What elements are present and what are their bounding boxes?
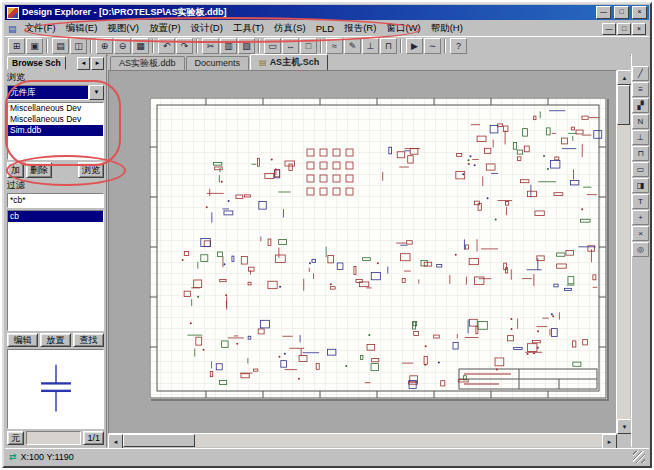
- sheet-entry-tool-icon[interactable]: ◨: [632, 178, 649, 193]
- find-component-button[interactable]: 查找: [73, 333, 104, 347]
- icon-glyph: ▧: [242, 42, 251, 51]
- directive-tool-icon[interactable]: ◎: [632, 242, 649, 257]
- child-restore-button[interactable]: □: [617, 23, 631, 35]
- save-icon[interactable]: ▣: [26, 38, 43, 54]
- child-minimize-button[interactable]: —: [602, 23, 616, 35]
- cut-icon[interactable]: ✂: [202, 38, 219, 54]
- library-list-item[interactable]: Miscellaneous Dev: [8, 114, 103, 125]
- filter-input[interactable]: *cb*: [7, 193, 104, 208]
- sheet-symbol-tool-icon[interactable]: ▭: [632, 162, 649, 177]
- library-browse-icon[interactable]: ⊓: [380, 38, 397, 54]
- menu-item[interactable]: 视图(V): [102, 21, 144, 36]
- zoom-in-icon[interactable]: ⊕: [96, 38, 113, 54]
- print-preview-icon[interactable]: ◫: [70, 38, 87, 54]
- fit-document-icon[interactable]: ▦: [132, 38, 149, 54]
- net-label-tool-icon[interactable]: N: [632, 114, 649, 129]
- menu-item[interactable]: 报告(R): [339, 21, 381, 36]
- print-icon[interactable]: ▤: [52, 38, 69, 54]
- horizontal-scrollbar-row: ◄ ►: [108, 434, 630, 447]
- scroll-right-icon[interactable]: ►: [602, 434, 617, 449]
- browse-panel: Browse Sch ◄ ► 浏览 元件库 ▼ Miscellaneous De…: [5, 54, 107, 447]
- part-unit-button[interactable]: 元: [7, 431, 24, 445]
- schematic-canvas[interactable]: [108, 70, 617, 434]
- child-close-button[interactable]: ×: [632, 23, 646, 35]
- mixed-signal-icon[interactable]: ∼: [424, 38, 441, 54]
- menu-item[interactable]: 仿真(S): [269, 21, 311, 36]
- menu-items: 文件(F)编辑(E)视图(V)放置(P)设计(D)工具(T)仿真(S)PLD报告…: [20, 21, 601, 36]
- text-tool-icon[interactable]: T: [632, 194, 649, 209]
- menu-item[interactable]: 帮助(H): [426, 21, 468, 36]
- wiring-tools-icon[interactable]: ≈: [326, 38, 343, 54]
- drawing-tools-icon[interactable]: ✎: [344, 38, 361, 54]
- power-port-icon[interactable]: ⊥: [362, 38, 379, 54]
- menu-item[interactable]: 编辑(E): [61, 21, 103, 36]
- junction-tool-icon[interactable]: +: [632, 210, 649, 225]
- horizontal-scroll-track[interactable]: [195, 434, 602, 447]
- browse-library-button[interactable]: 浏览: [78, 162, 104, 178]
- minimize-button[interactable]: —: [596, 6, 611, 19]
- menu-item[interactable]: 文件(F): [20, 21, 61, 36]
- icon-glyph: ▦: [136, 42, 145, 51]
- no-erc-tool-icon[interactable]: ×: [632, 226, 649, 241]
- tab-documents[interactable]: ▤Documents: [186, 56, 250, 70]
- maximize-button[interactable]: □: [614, 6, 629, 19]
- panel-scroll-right-icon[interactable]: ►: [91, 57, 104, 70]
- power-port-tool-icon[interactable]: ⊥: [632, 130, 649, 145]
- horizontal-scroll-thumb[interactable]: [123, 434, 195, 447]
- remove-library-button[interactable]: 删除: [26, 162, 52, 178]
- add-library-button[interactable]: 加: [7, 162, 24, 178]
- title-bar[interactable]: Design Explorer - [D:\PROTELSP\AS实验板.ddb…: [5, 5, 649, 20]
- wire-tool-icon[interactable]: ╱: [632, 66, 649, 81]
- main-toolbar: ⊞▣ ▤◫ ⊕⊖▦ ↶↷ ✂▥▧ ▭↔□ ≈✎⊥⊓ ▶∼ ?: [5, 36, 649, 56]
- help-icon[interactable]: ?: [450, 38, 467, 54]
- select-area-icon[interactable]: ▭: [264, 38, 281, 54]
- menu-item[interactable]: 设计(D): [186, 21, 228, 36]
- vertical-scroll-thumb[interactable]: [617, 85, 630, 125]
- menu-item[interactable]: PLD: [311, 22, 339, 35]
- component-preview: [7, 349, 104, 429]
- library-list-item[interactable]: Sim.ddb: [8, 125, 103, 136]
- horizontal-scrollbar[interactable]: ◄ ►: [108, 434, 617, 447]
- library-list[interactable]: Miscellaneous DevMiscellaneous DevSim.dd…: [7, 102, 104, 160]
- zoom-out-icon[interactable]: ⊖: [114, 38, 131, 54]
- page-indicator-button[interactable]: 1/1: [83, 431, 104, 445]
- library-list-item[interactable]: Miscellaneous Dev: [8, 103, 103, 114]
- panel-scroll-left-icon[interactable]: ◄: [77, 57, 90, 70]
- icon-glyph: ▞: [637, 102, 643, 110]
- menu-item[interactable]: 放置(P): [144, 21, 186, 36]
- library-type-dropdown[interactable]: 元件库 ▼: [7, 85, 104, 100]
- scroll-down-icon[interactable]: ▼: [617, 419, 632, 434]
- vertical-scrollbar[interactable]: ▲ ▼: [617, 70, 630, 434]
- tab-label: Documents: [195, 57, 241, 70]
- scroll-left-icon[interactable]: ◄: [108, 434, 123, 449]
- tab-browse-sch[interactable]: Browse Sch: [7, 56, 66, 70]
- component-list[interactable]: cb: [7, 210, 104, 331]
- part-tool-icon[interactable]: ⊓: [632, 146, 649, 161]
- edit-component-button[interactable]: 编辑: [7, 333, 38, 347]
- redo-icon[interactable]: ↷: [176, 38, 193, 54]
- scroll-up-icon[interactable]: ▲: [617, 70, 632, 85]
- resize-grip[interactable]: [633, 451, 645, 463]
- paste-icon[interactable]: ▧: [238, 38, 255, 54]
- toolbar-group: ▶∼: [400, 39, 441, 53]
- sheet-icon: ▤: [259, 55, 267, 70]
- icon-glyph: ▥: [224, 42, 233, 51]
- copy-icon[interactable]: ▥: [220, 38, 237, 54]
- menu-item[interactable]: 工具(T): [228, 21, 269, 36]
- move-selection-icon[interactable]: ↔: [282, 38, 299, 54]
- menu-item[interactable]: 窗口(W): [381, 21, 425, 36]
- open-document-icon[interactable]: ⊞: [8, 38, 25, 54]
- dropdown-arrow-icon[interactable]: ▼: [89, 85, 104, 100]
- deselect-icon[interactable]: □: [300, 38, 317, 54]
- vertical-scroll-track[interactable]: [617, 125, 630, 419]
- tab-as-host-sch[interactable]: ▤AS主机.Sch: [250, 54, 328, 70]
- close-button[interactable]: ×: [632, 6, 647, 19]
- simulate-icon[interactable]: ▶: [406, 38, 423, 54]
- bus-entry-tool-icon[interactable]: ▞: [632, 98, 649, 113]
- component-list-item[interactable]: cb: [8, 211, 103, 222]
- bus-tool-icon[interactable]: ≡: [632, 82, 649, 97]
- tab-as-experiment-board-ddb[interactable]: ▤AS实验板.ddb: [110, 56, 185, 70]
- schematic-sheet[interactable]: [149, 97, 607, 399]
- place-component-button[interactable]: 放置: [40, 333, 71, 347]
- undo-icon[interactable]: ↶: [158, 38, 175, 54]
